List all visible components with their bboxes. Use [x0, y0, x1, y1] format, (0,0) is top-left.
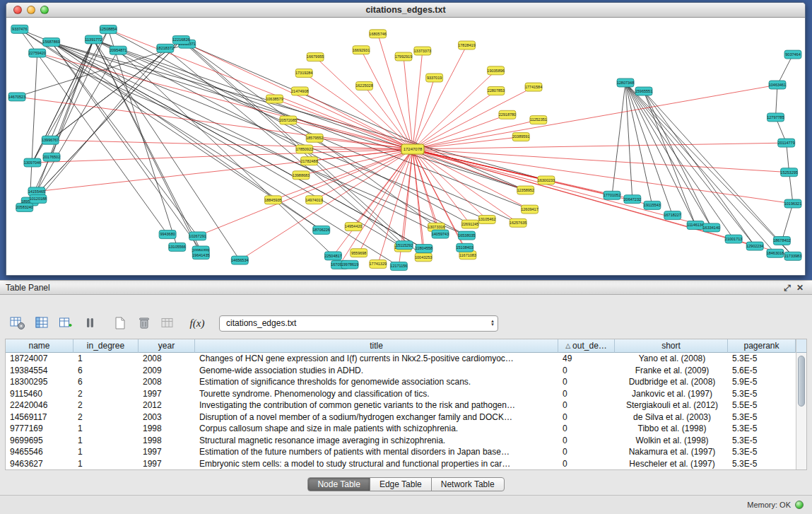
graph-node[interactable]: 22918780 — [499, 110, 516, 119]
close-window-button[interactable] — [13, 6, 22, 14]
graph-node[interactable]: 11252351 — [530, 116, 547, 124]
table-row[interactable]: 1872400712008Changes of HCN gene express… — [6, 353, 796, 365]
graph-node[interactable]: 22807853 — [488, 87, 505, 95]
graph-node[interactable]: 20572085 — [280, 116, 297, 124]
graph-hub-node[interactable]: 17247078 — [401, 144, 424, 154]
table-row[interactable]: 969969511998Structural magnetic resonanc… — [6, 435, 796, 447]
graph-node[interactable]: 16679955 — [307, 53, 324, 62]
graph-node[interactable]: 9559698 — [351, 249, 367, 257]
graph-node[interactable]: 17741329 — [370, 260, 387, 269]
graph-node[interactable]: 15687869 — [42, 38, 59, 47]
graph-node[interactable]: 9037464 — [784, 50, 801, 59]
graph-node[interactable]: 18678402 — [773, 237, 790, 245]
graph-node[interactable]: 22504817 — [324, 252, 341, 260]
float-panel-icon[interactable]: ⤢ — [781, 282, 794, 293]
graph-node[interactable]: 11391772 — [85, 35, 102, 44]
graph-node[interactable]: 12216826 — [172, 36, 189, 45]
graph-node[interactable]: 18579552 — [306, 134, 323, 142]
graph-node[interactable]: 20954871 — [110, 46, 126, 54]
graph-node[interactable]: 9337476 — [11, 25, 28, 33]
column-header-title[interactable]: title — [195, 339, 558, 353]
graph-node[interactable]: 17701052 — [604, 191, 620, 199]
table-row[interactable]: 911546021997Tourette syndrome. Phenomeno… — [6, 388, 796, 400]
graph-node[interactable]: 22804558 — [416, 245, 433, 253]
graph-node[interactable]: 22759420 — [28, 49, 45, 57]
table-selector-dropdown[interactable]: citations_edges.txt ▲▼ — [219, 315, 498, 332]
graph-node[interactable]: 9337019 — [426, 74, 443, 82]
import-table-icon[interactable] — [157, 314, 178, 332]
column-header-pagerank[interactable]: pagerank — [728, 339, 796, 353]
graph-node[interactable]: 19641435 — [192, 251, 209, 259]
graph-node[interactable]: 10463461 — [769, 81, 786, 89]
vertical-scrollbar[interactable] — [796, 339, 806, 469]
graph-node[interactable]: 14974019 — [305, 196, 322, 204]
graph-node[interactable]: 21001713 — [725, 235, 742, 243]
graph-node[interactable]: 9943680 — [159, 230, 176, 239]
window-titlebar[interactable]: citations_edges.txt — [6, 3, 805, 18]
graph-node[interactable]: 16257635 — [510, 218, 526, 227]
graph-node[interactable]: 12797785 — [767, 113, 784, 122]
delete-icon[interactable] — [133, 314, 154, 332]
zoom-window-button[interactable] — [40, 6, 49, 14]
graph-node[interactable]: 17992919 — [395, 52, 412, 61]
scrollbar-thumb[interactable] — [798, 356, 805, 407]
graph-node[interactable]: 11146134 — [687, 221, 704, 230]
graph-node[interactable]: 17850922 — [296, 145, 313, 153]
graph-node[interactable]: 20389591 — [512, 133, 529, 141]
close-panel-icon[interactable]: ✕ — [794, 282, 806, 293]
graph-node[interactable]: 12358952 — [517, 186, 534, 194]
graph-node[interactable]: 16538035 — [458, 231, 475, 240]
table-row[interactable]: 977716911998Corpus callosum shape and si… — [6, 423, 796, 435]
tab-edge-table[interactable]: Edge Table — [370, 477, 432, 491]
row-tools-icon[interactable] — [79, 314, 100, 332]
column-header-in_degree[interactable]: in_degree — [73, 339, 139, 353]
graph-node[interactable]: 14059743 — [432, 230, 449, 238]
graph-node[interactable]: 14670523 — [8, 93, 25, 101]
graph-node[interactable]: 12902234 — [746, 242, 763, 250]
graph-node[interactable]: 15115292 — [396, 241, 413, 250]
graph-node[interactable]: 12609417 — [521, 205, 538, 214]
create-column-icon[interactable] — [55, 314, 76, 332]
table-row[interactable]: 2242004622012Investigating the contribut… — [6, 399, 796, 411]
graph-node[interactable]: 18218372 — [157, 44, 174, 52]
graph-node[interactable]: 19115543 — [644, 201, 661, 209]
graph-node[interactable]: 13105462 — [478, 216, 495, 224]
graph-node[interactable]: 16300233 — [538, 176, 555, 185]
graph-node[interactable]: 10043253 — [415, 253, 432, 262]
graph-node[interactable]: 16805746 — [369, 30, 386, 38]
graph-node[interactable]: 10267291 — [189, 232, 206, 240]
graph-node[interactable]: 13373373 — [414, 47, 431, 55]
graph-node[interactable]: 15108403 — [456, 243, 473, 252]
graph-node[interactable]: 16718227 — [664, 211, 681, 220]
graph-node[interactable]: 10120188 — [30, 194, 47, 203]
graph-node[interactable]: 15253295 — [780, 168, 797, 177]
graph-node[interactable]: 14656534 — [231, 256, 248, 264]
graph-node[interactable]: 21733983 — [784, 252, 801, 260]
graph-node[interactable]: 12807348 — [617, 78, 634, 87]
minimize-window-button[interactable] — [27, 6, 35, 14]
show-columns-icon[interactable] — [31, 314, 52, 332]
graph-node[interactable]: 21782488 — [300, 157, 317, 165]
graph-node[interactable]: 15965551 — [635, 87, 652, 95]
graph-node[interactable]: 13105566 — [168, 243, 185, 251]
function-builder-icon[interactable]: f(x) — [187, 314, 208, 332]
graph-node[interactable]: 17828419 — [458, 41, 475, 49]
graph-node[interactable]: 14954420 — [345, 223, 362, 231]
graph-node[interactable]: 22691245 — [461, 220, 478, 228]
graph-node[interactable]: 10196321 — [784, 199, 801, 208]
node-table[interactable]: namein_degreeyeartitle△out_de…shortpager… — [5, 339, 807, 470]
graph-node[interactable]: 16225028 — [355, 82, 372, 90]
graph-node[interactable]: 20114779 — [778, 139, 795, 147]
graph-node[interactable]: 20176502 — [43, 153, 60, 161]
column-header-year[interactable]: year — [139, 339, 195, 353]
graph-node[interactable]: 19035896 — [487, 66, 504, 75]
graph-node[interactable]: 16334140 — [703, 223, 720, 232]
table-row[interactable]: 946362711997Embryonic stem cells: a mode… — [6, 458, 796, 470]
graph-node[interactable]: 12508854 — [100, 25, 117, 34]
table-row[interactable]: 1456911722003Disruption of a novel membe… — [6, 411, 796, 424]
graph-node[interactable]: 17319284 — [295, 69, 312, 77]
graph-node[interactable]: 13988683 — [293, 171, 310, 180]
table-row[interactable]: 1830029562008Estimation of significance … — [6, 376, 796, 388]
tab-node-table[interactable]: Node Table — [307, 477, 370, 491]
column-header-short[interactable]: short — [615, 339, 728, 353]
